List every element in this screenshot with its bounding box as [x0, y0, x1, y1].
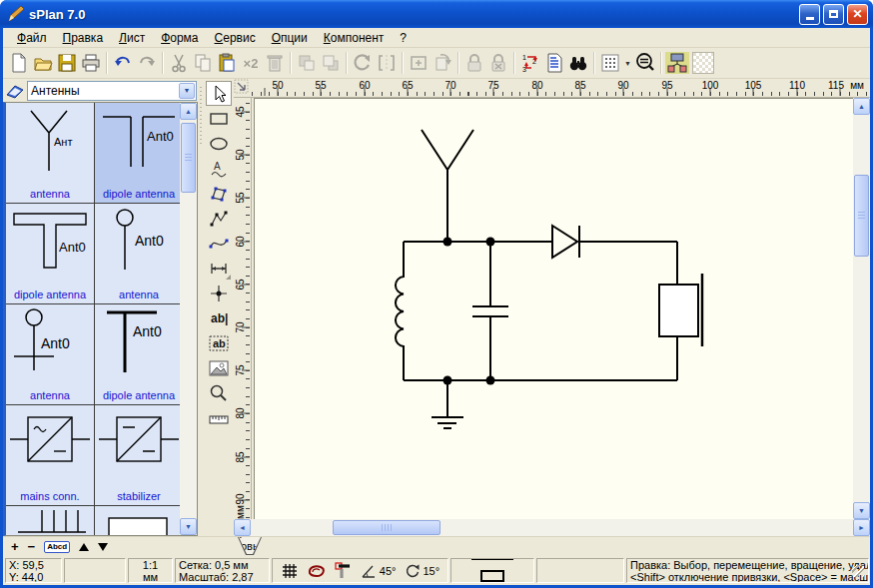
search-button[interactable] [566, 51, 590, 75]
h-scroll-track[interactable] [251, 519, 853, 536]
component-cell-antenna[interactable]: Ант antenna [6, 103, 95, 204]
lock-button[interactable] [462, 51, 486, 75]
scroll-up-arrow-icon[interactable]: ▲ [180, 103, 197, 120]
component-list-button[interactable] [542, 51, 566, 75]
grid-button[interactable] [598, 51, 622, 75]
menu-service[interactable]: Сервис [207, 29, 264, 47]
pointer-tool[interactable] [206, 81, 232, 106]
polyline-tool[interactable] [206, 206, 232, 231]
copy-button[interactable] [191, 51, 215, 75]
special-shape-tool[interactable]: A [206, 156, 232, 181]
angle-step-control[interactable]: 45° [361, 563, 397, 579]
dimension-tool[interactable] [206, 256, 232, 281]
schematic-ground[interactable] [432, 380, 463, 428]
scroll-right-arrow-icon[interactable]: ► [853, 519, 870, 536]
component-cell-mains-conn[interactable]: mains conn. [6, 405, 95, 506]
schematic-speaker[interactable] [659, 274, 702, 346]
menu-form[interactable]: Форма [153, 29, 206, 47]
component-cell-antenna-cross[interactable]: Ant0 antenna [6, 304, 95, 405]
component-cell-dipole-bold[interactable]: Ant0 dipole antenna [95, 304, 180, 405]
move-down-icon[interactable] [98, 543, 108, 551]
add-component-button[interactable]: + [11, 539, 19, 554]
paste-button[interactable] [215, 51, 239, 75]
menu-options[interactable]: Опции [264, 29, 316, 47]
send-to-back-button[interactable] [319, 51, 343, 75]
maximize-button[interactable] [823, 4, 844, 25]
component-cell-dipole-antenna-selected[interactable]: Ant0 dipole antenna [95, 103, 180, 204]
schematic-capacitor[interactable] [472, 242, 508, 380]
sheet-tab[interactable]: 1: Новый лист [238, 537, 262, 555]
ellipse-tool[interactable] [206, 131, 232, 156]
measure-tool[interactable] [206, 405, 232, 430]
minimize-button[interactable] [799, 4, 820, 25]
delete-button[interactable] [263, 51, 287, 75]
canvas-horizontal-scrollbar[interactable]: ◄ ► [234, 519, 870, 536]
zoom-mode-button[interactable] [633, 51, 657, 75]
schematic-inductor[interactable] [396, 242, 404, 380]
component-cell-dipole-antenna[interactable]: Ant0 dipole antenna [6, 204, 95, 304]
rectangle-tool[interactable] [206, 106, 232, 131]
textbox-tool[interactable]: ab [206, 330, 232, 355]
text-tool[interactable]: ab| [206, 305, 232, 330]
menu-edit[interactable]: Правка [55, 29, 112, 47]
bring-to-front-button[interactable] [295, 51, 319, 75]
canvas-vertical-scrollbar[interactable]: ▲ ▼ [853, 98, 870, 519]
library-scroll-thumb[interactable] [181, 123, 196, 193]
scroll-left-arrow-icon[interactable]: ◄ [234, 519, 251, 536]
move-up-icon[interactable] [79, 543, 89, 551]
title-bar[interactable]: sPlan 7.0 ✕ [0, 0, 873, 28]
component-cell-partial-right[interactable] [95, 506, 180, 535]
image-tool[interactable] [206, 355, 232, 380]
schematic-diode[interactable] [552, 226, 579, 258]
component-cell-partial-left[interactable] [6, 506, 95, 535]
undo-button[interactable] [111, 51, 135, 75]
schematic-antenna[interactable] [422, 130, 473, 242]
duplicate-button[interactable]: ×2 [239, 51, 263, 75]
h-scroll-thumb[interactable] [333, 520, 440, 535]
open-button[interactable] [31, 51, 55, 75]
component-cell-antenna-circle[interactable]: Ant0 antenna [95, 204, 180, 304]
menu-help[interactable]: ? [392, 29, 415, 47]
menu-component[interactable]: Компонент [316, 29, 393, 47]
cut-button[interactable] [167, 51, 191, 75]
polygon-tool[interactable] [206, 181, 232, 206]
grid-dropdown-arrow[interactable]: ▼ [622, 51, 633, 75]
v-scroll-track[interactable] [853, 115, 870, 502]
grid-toggle-icon[interactable] [281, 562, 299, 580]
rotate-button[interactable] [351, 51, 375, 75]
library-scrollbar[interactable]: ▲ ▼ [180, 103, 197, 535]
resize-grip[interactable] [852, 565, 864, 577]
numbering-button[interactable]: 123 [518, 51, 542, 75]
print-button[interactable] [79, 51, 103, 75]
library-toggle-button[interactable] [665, 51, 689, 75]
menu-file[interactable]: Файл [9, 29, 55, 47]
redo-button[interactable] [135, 51, 159, 75]
scroll-up-arrow-icon[interactable]: ▲ [853, 98, 870, 115]
scroll-down-arrow-icon[interactable]: ▼ [853, 502, 870, 519]
category-combobox[interactable]: Антенны ▼ [27, 81, 197, 101]
zoom-tool[interactable] [206, 380, 232, 405]
align-button[interactable] [407, 51, 431, 75]
mirror-button[interactable] [375, 51, 399, 75]
snap-toggle-icon[interactable] [335, 562, 353, 580]
rename-component-button[interactable]: Abcd [44, 541, 70, 553]
library-scroll-track[interactable] [180, 120, 197, 518]
remove-component-button[interactable]: − [28, 539, 36, 554]
schematic-wires[interactable] [404, 242, 677, 380]
new-button[interactable] [7, 51, 31, 75]
node-tool[interactable] [206, 281, 232, 305]
component-cell-stabilizer[interactable]: stabilizer [95, 405, 180, 506]
v-scroll-thumb[interactable] [854, 175, 869, 257]
unlock-button[interactable] [486, 51, 510, 75]
flip-sheet-button[interactable] [431, 51, 454, 75]
combo-dropdown-arrow[interactable]: ▼ [179, 83, 195, 99]
close-button[interactable]: ✕ [847, 4, 868, 25]
scroll-down-arrow-icon[interactable]: ▼ [180, 518, 197, 535]
rotation-step-control[interactable]: 15° [405, 563, 440, 579]
save-button[interactable] [55, 51, 79, 75]
bezier-tool[interactable] [206, 231, 232, 256]
curve-quality-icon[interactable] [307, 563, 327, 579]
line-style-cell[interactable] [450, 558, 534, 583]
drawing-viewport[interactable] [252, 98, 853, 519]
menu-sheet[interactable]: Лист [111, 29, 153, 47]
